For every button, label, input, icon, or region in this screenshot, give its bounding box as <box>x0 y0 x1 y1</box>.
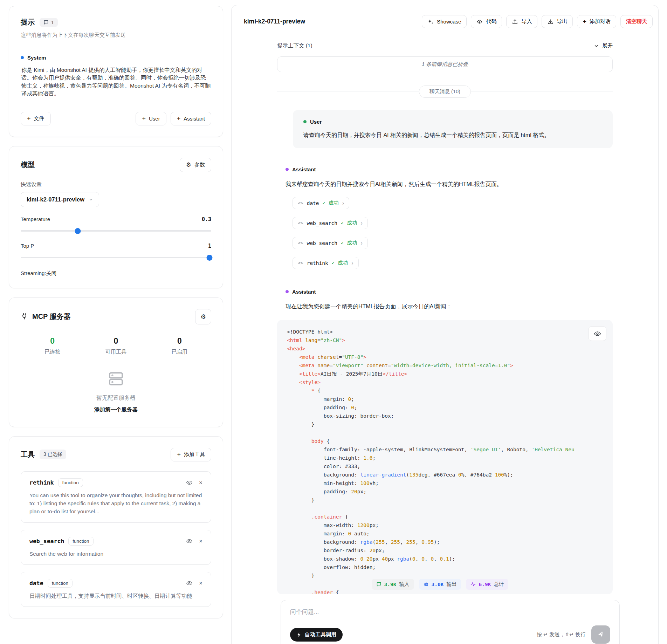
eye-icon[interactable] <box>186 580 193 587</box>
chat-bubble-icon <box>43 20 49 25</box>
top-p-slider-thumb[interactable] <box>206 255 212 261</box>
tool-description: You can use this tool to organize your t… <box>29 491 202 516</box>
user-role-dot <box>303 120 307 123</box>
message-input[interactable]: 问个问题... <box>290 608 610 616</box>
activity-icon-pill: 6.9K 总计 <box>466 579 508 590</box>
add-conversation-button[interactable]: + 添加对话 <box>577 15 616 28</box>
prompt-count-badge: 1 <box>40 18 58 27</box>
close-icon[interactable]: × <box>199 580 202 586</box>
plus-icon: + <box>583 19 586 25</box>
model-name-title: kimi-k2-0711-preview <box>244 18 305 25</box>
user-message-text[interactable]: 请查询今天的日期，并搜索今日 AI 相关的新闻，总结生成一个精美的报告页面，页面… <box>303 131 602 139</box>
chevron-down-icon <box>594 43 599 48</box>
user-message: User 请查询今天的日期，并搜索今日 AI 相关的新闻，总结生成一个精美的报告… <box>293 110 613 148</box>
prompt-count: 1 <box>51 20 54 25</box>
expand-toggle[interactable]: 展开 <box>594 42 613 49</box>
tool-name: rethink <box>29 479 54 486</box>
tool-name: web_search <box>29 538 64 544</box>
code-icon <box>476 19 483 25</box>
tool-item-date: date function × 日期时间处理工具，支持显示当前时间、时区转换、日… <box>21 572 211 607</box>
add-assistant-message-button[interactable]: + Assistant <box>171 112 211 125</box>
tool-call-rethink[interactable]: <> rethink ✓ 成功 › <box>293 257 359 269</box>
add-tool-button[interactable]: + 添加工具 <box>171 448 211 461</box>
mcp-settings-button[interactable]: ⚙ <box>195 309 211 324</box>
gear-icon: ⚙ <box>186 161 191 169</box>
assistant-role-dot <box>286 290 289 293</box>
check-icon: ✓ <box>341 240 347 246</box>
output-tokens-pill: 3.0K 输出 <box>419 579 461 590</box>
top-p-slider[interactable] <box>21 255 211 260</box>
code-view-button[interactable]: 代码 <box>471 15 502 28</box>
check-icon: ✓ <box>323 200 329 206</box>
gear-icon: ⚙ <box>200 313 206 321</box>
token-stats: 3.9K 输入 3.0K 输出 6.9K 总计 <box>277 579 603 590</box>
temperature-slider-thumb[interactable] <box>75 228 81 234</box>
close-icon[interactable]: × <box>199 480 202 486</box>
tool-call-web-search-2[interactable]: <> web_search ✓ 成功 › <box>293 237 368 249</box>
add-user-message-button[interactable]: + User <box>136 112 166 125</box>
plus-icon: + <box>142 115 146 122</box>
prompt-subtitle: 这些消息将作为上下文在每次聊天交互前发送 <box>21 32 211 39</box>
add-first-server-link[interactable]: 添加第一个服务器 <box>21 406 211 413</box>
auto-tool-call-toggle[interactable]: 自动工具调用 <box>290 628 343 642</box>
showcase-button[interactable]: Showcase <box>422 15 467 28</box>
chat-messages-count-pill[interactable]: – 聊天消息 (10) – <box>419 85 471 98</box>
check-icon: ✓ <box>341 220 347 226</box>
mcp-stat-enabled: 0 已启用 <box>148 336 211 355</box>
upload-icon <box>512 19 518 25</box>
temperature-value: 0.3 <box>202 216 211 222</box>
model-select[interactable]: kimi-k2-0711-preview <box>21 192 99 207</box>
system-prompt-text[interactable]: 你是 Kimi，由 Moonshot AI 提供的人工智能助手，你更擅长中文和英… <box>21 66 211 98</box>
preview-toggle-button[interactable] <box>588 326 606 341</box>
close-icon[interactable]: × <box>199 538 202 544</box>
mcp-stat-available-tools: 0 可用工具 <box>84 336 147 355</box>
system-role-label: System <box>27 55 46 61</box>
assistant-role-dot <box>286 168 289 171</box>
export-button[interactable]: 导出 <box>542 15 573 28</box>
quick-setup-label: 快速设置 <box>21 181 211 188</box>
tool-type-badge: function <box>68 537 93 546</box>
tool-description: 日期时间处理工具，支持显示当前时间、时区转换、日期计算等功能 <box>29 592 202 600</box>
prompt-title: 提示 <box>21 18 35 27</box>
plug-icon <box>21 313 28 320</box>
input-tokens-pill: 3.9K 输入 <box>372 579 414 590</box>
paper-plane-icon <box>597 631 605 638</box>
code-brackets-icon: <> <box>298 240 303 246</box>
chat-panel: kimi-k2-0711-preview Showcase 代码 导入 <box>231 5 659 644</box>
tool-call-date[interactable]: <> date ✓ 成功 › <box>293 197 349 209</box>
tool-call-web-search-1[interactable]: <> web_search ✓ 成功 › <box>293 217 368 229</box>
prompt-card-header: 提示 1 <box>21 18 211 27</box>
temperature-slider[interactable] <box>21 228 211 234</box>
plus-icon: + <box>27 115 31 122</box>
add-file-button[interactable]: + 文件 <box>21 112 51 125</box>
chevron-right-icon: › <box>360 240 362 246</box>
tool-call-list: <> date ✓ 成功 › <> web_search ✓ 成功 › <> w… <box>293 197 613 269</box>
tool-description: Search the web for information <box>29 550 202 558</box>
tool-item-rethink: rethink function × You can use this tool… <box>21 471 211 523</box>
assistant-message-text[interactable]: 现在让我为您创建一个精美的HTML报告页面，展示今日的AI新闻： <box>286 302 613 311</box>
chevron-right-icon: › <box>360 220 362 226</box>
tool-item-web-search: web_search function × Search the web for… <box>21 530 211 565</box>
send-button[interactable] <box>591 625 610 644</box>
eye-icon[interactable] <box>186 538 193 544</box>
eye-icon[interactable] <box>186 479 193 486</box>
top-p-row: Top P 1 <box>21 243 211 249</box>
assistant-role-label: Assistant <box>292 166 316 172</box>
sparkles-icon <box>427 19 434 25</box>
server-icon <box>106 369 125 388</box>
assistant-message-text[interactable]: 我来帮您查询今天的日期并搜索今日AI相关新闻，然后生成一个精美的HTML报告页面… <box>286 180 613 189</box>
code-brackets-icon: <> <box>298 260 303 266</box>
chevron-right-icon: › <box>342 200 344 206</box>
activity-icon <box>470 582 476 587</box>
assistant-message-1: Assistant 我来帮您查询今天的日期并搜索今日AI相关新闻，然后生成一个精… <box>286 166 613 269</box>
collapsed-prefix-note[interactable]: 1 条前缀消息已折叠 <box>277 56 613 72</box>
params-button[interactable]: ⚙ 参数 <box>180 158 211 172</box>
mcp-empty-title: 暂无配置服务器 <box>21 395 211 402</box>
chevron-right-icon: › <box>351 260 353 266</box>
code-brackets-icon: <> <box>298 200 303 206</box>
assistant-role-label: Assistant <box>292 289 316 295</box>
lightning-icon <box>296 632 302 637</box>
mcp-stats: 0 已连接 0 可用工具 0 已启用 <box>21 336 211 355</box>
import-button[interactable]: 导入 <box>506 15 537 28</box>
clear-chat-button[interactable]: 清空聊天 <box>620 15 653 28</box>
